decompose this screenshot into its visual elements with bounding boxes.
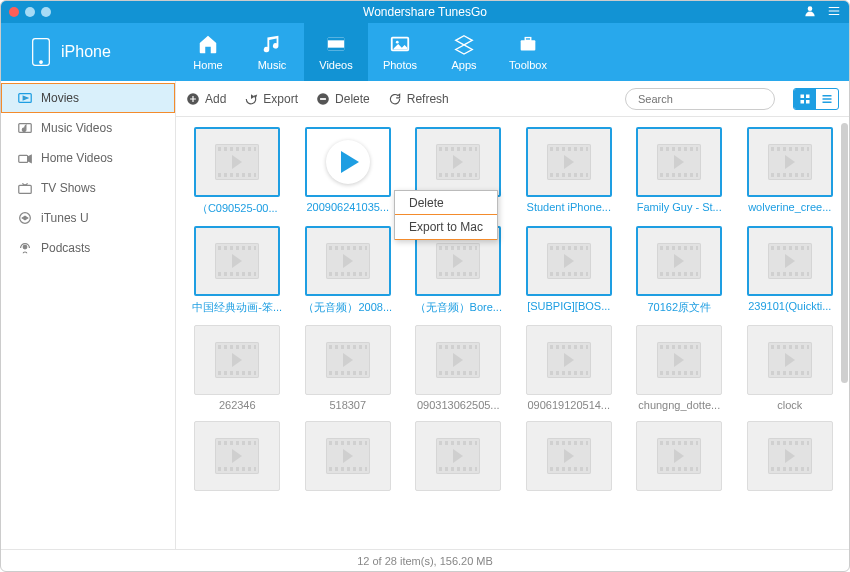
svg-rect-22 xyxy=(806,100,810,104)
delete-button[interactable]: Delete xyxy=(316,92,370,106)
video-item[interactable]: 262346 xyxy=(184,325,291,411)
context-menu-export-to-mac[interactable]: Export to Mac xyxy=(395,214,497,240)
video-item[interactable] xyxy=(405,421,512,495)
scrollbar[interactable] xyxy=(841,123,848,543)
svg-rect-23 xyxy=(823,95,832,97)
video-label: 090313062505... xyxy=(417,399,500,411)
nav-photos[interactable]: Photos xyxy=(368,23,432,81)
play-icon xyxy=(326,140,370,184)
video-item[interactable] xyxy=(626,421,733,495)
svg-rect-19 xyxy=(801,94,805,98)
video-item[interactable]: wolverine_cree... xyxy=(737,127,844,216)
toolbar: Add Export Delete Refresh xyxy=(176,81,849,117)
home-videos-icon xyxy=(17,151,33,165)
video-item[interactable]: 200906241035... xyxy=(295,127,402,216)
photos-icon xyxy=(389,33,411,55)
video-thumbnail-icon xyxy=(215,243,259,279)
svg-rect-8 xyxy=(525,38,531,41)
video-item[interactable]: 中国经典动画-笨... xyxy=(184,226,291,315)
view-toggle xyxy=(793,88,839,110)
video-item[interactable] xyxy=(737,421,844,495)
podcasts-icon xyxy=(17,241,33,255)
nav-home[interactable]: Home xyxy=(176,23,240,81)
video-item[interactable]: [SUBPIG][BOS... xyxy=(516,226,623,315)
video-label: 262346 xyxy=(219,399,256,411)
list-view-button[interactable] xyxy=(816,89,838,109)
video-thumbnail-icon xyxy=(326,243,370,279)
video-thumbnail-icon xyxy=(657,342,701,378)
nav-apps[interactable]: Apps xyxy=(432,23,496,81)
video-item[interactable]: Student iPhone... xyxy=(516,127,623,216)
video-label: 518307 xyxy=(329,399,366,411)
add-button[interactable]: Add xyxy=(186,92,226,106)
nav-videos[interactable]: Videos xyxy=(304,23,368,81)
video-label: clock xyxy=(777,399,802,411)
video-thumbnail-icon xyxy=(547,243,591,279)
refresh-button[interactable]: Refresh xyxy=(388,92,449,106)
svg-rect-7 xyxy=(521,40,536,50)
sidebar-item-itunes-u[interactable]: iTunes U xyxy=(1,203,175,233)
movies-icon xyxy=(17,91,33,105)
title-bar: Wondershare TunesGo xyxy=(1,1,849,23)
video-item[interactable]: 090313062505... xyxy=(405,325,512,411)
sidebar-item-podcasts[interactable]: Podcasts xyxy=(1,233,175,263)
svg-rect-24 xyxy=(823,98,832,100)
video-thumbnail-icon xyxy=(547,342,591,378)
search-box[interactable] xyxy=(625,88,775,110)
sidebar-item-home-videos[interactable]: Home Videos xyxy=(1,143,175,173)
video-label: （无音频）Bore... xyxy=(415,300,502,315)
svg-point-14 xyxy=(23,245,27,249)
export-button[interactable]: Export xyxy=(244,92,298,106)
videos-icon xyxy=(325,33,347,55)
svg-rect-21 xyxy=(801,100,805,104)
svg-rect-11 xyxy=(19,155,28,162)
video-item[interactable] xyxy=(184,421,291,495)
svg-point-6 xyxy=(396,41,399,44)
search-input[interactable] xyxy=(638,93,776,105)
video-thumbnail-icon xyxy=(436,144,480,180)
grid-view-button[interactable] xyxy=(794,89,816,109)
video-label: Student iPhone... xyxy=(527,201,611,213)
home-icon xyxy=(197,33,219,55)
video-item[interactable]: 70162原文件 xyxy=(626,226,733,315)
sidebar-item-movies[interactable]: Movies xyxy=(1,83,175,113)
video-item[interactable]: 239101(Quickti... xyxy=(737,226,844,315)
svg-rect-25 xyxy=(823,101,832,103)
video-item[interactable]: Family Guy - St... xyxy=(626,127,733,216)
video-item[interactable]: （无音频）2008... xyxy=(295,226,402,315)
sidebar-item-music-videos[interactable]: Music Videos xyxy=(1,113,175,143)
video-grid-panel: （C090525-00...200906241035...Student iPh… xyxy=(176,117,849,549)
video-item[interactable]: clock xyxy=(737,325,844,411)
video-thumbnail-icon xyxy=(547,438,591,474)
svg-point-1 xyxy=(40,61,43,64)
video-item[interactable]: （C090525-00... xyxy=(184,127,291,216)
device-name: iPhone xyxy=(61,43,111,61)
sidebar-item-tv-shows[interactable]: TV Shows xyxy=(1,173,175,203)
svg-rect-4 xyxy=(328,48,345,51)
svg-rect-3 xyxy=(328,38,345,41)
video-item[interactable] xyxy=(295,421,402,495)
video-label: wolverine_cree... xyxy=(748,201,831,213)
nav-toolbox[interactable]: Toolbox xyxy=(496,23,560,81)
video-item[interactable]: chungng_dotte... xyxy=(626,325,733,411)
video-thumbnail-icon xyxy=(657,243,701,279)
video-label: 090619120514... xyxy=(527,399,610,411)
video-label: Family Guy - St... xyxy=(637,201,722,213)
video-label: [SUBPIG][BOS... xyxy=(527,300,610,312)
video-thumbnail-icon xyxy=(768,243,812,279)
video-item[interactable] xyxy=(516,421,623,495)
status-bar: 12 of 28 item(s), 156.20 MB xyxy=(1,549,849,571)
video-item[interactable]: 518307 xyxy=(295,325,402,411)
video-item[interactable]: 090619120514... xyxy=(516,325,623,411)
video-label: 中国经典动画-笨... xyxy=(192,300,282,315)
video-thumbnail-icon xyxy=(436,243,480,279)
video-thumbnail-icon xyxy=(768,342,812,378)
video-thumbnail-icon xyxy=(436,438,480,474)
nav-music[interactable]: Music xyxy=(240,23,304,81)
video-thumbnail-icon xyxy=(436,342,480,378)
app-title: Wondershare TunesGo xyxy=(1,5,849,19)
context-menu-delete[interactable]: Delete xyxy=(395,191,497,215)
video-thumbnail-icon xyxy=(326,342,370,378)
device-selector[interactable]: iPhone xyxy=(1,23,176,81)
video-label: （C090525-00... xyxy=(197,201,278,216)
